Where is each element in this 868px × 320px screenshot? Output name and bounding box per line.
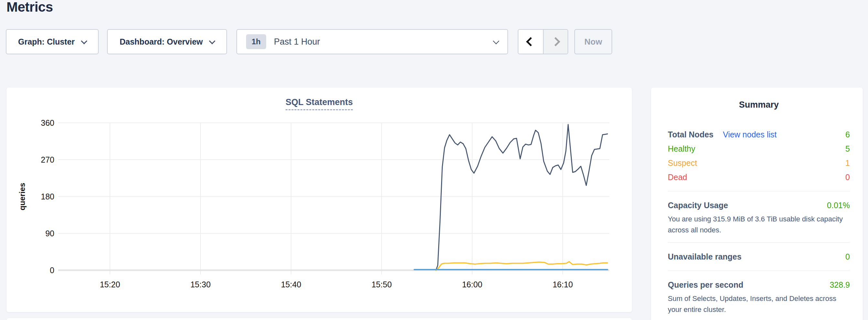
dead-label: Dead (668, 172, 687, 182)
chart-title-wrap: SQL Statements (6, 97, 632, 110)
divider (668, 191, 850, 191)
dashboard-dropdown-label: Dashboard: Overview (120, 37, 203, 46)
page-title: Metrics (6, 0, 53, 15)
svg-text:0: 0 (50, 266, 54, 275)
svg-text:15:40: 15:40 (281, 280, 301, 289)
queries-per-second-label: Queries per second (668, 280, 743, 290)
graph-dropdown-label: Graph: Cluster (18, 37, 75, 46)
svg-text:270: 270 (41, 155, 54, 164)
unavailable-ranges-value: 0 (845, 252, 850, 261)
unavailable-ranges-row: Unavailable ranges 0 (668, 250, 850, 264)
svg-text:90: 90 (45, 229, 54, 238)
suspect-label: Suspect (668, 158, 697, 168)
total-nodes-label: Total Nodes (668, 130, 713, 139)
svg-text:queries: queries (18, 183, 27, 210)
dead-row: Dead 0 (668, 170, 850, 184)
suspect-value: 1 (845, 158, 850, 168)
chart-title[interactable]: SQL Statements (285, 97, 353, 110)
svg-text:180: 180 (41, 192, 54, 201)
capacity-usage-label: Capacity Usage (668, 201, 728, 210)
prev-time-button[interactable] (518, 30, 543, 54)
dead-value: 0 (845, 172, 850, 182)
sql-statements-chart-card: SQL Statements 09018027036015:2015:3015:… (6, 88, 632, 312)
svg-text:15:30: 15:30 (190, 280, 211, 289)
svg-text:16:10: 16:10 (553, 280, 573, 289)
divider (668, 243, 850, 243)
healthy-value: 5 (845, 144, 850, 154)
next-time-button[interactable] (543, 30, 567, 54)
dashboard-dropdown[interactable]: Dashboard: Overview (107, 29, 227, 54)
now-button[interactable]: Now (575, 29, 612, 54)
queries-per-second-row: Queries per second 328.9 (668, 278, 850, 292)
svg-text:15:50: 15:50 (372, 280, 392, 289)
chevron-down-icon (81, 38, 87, 44)
next-chart-card (6, 318, 632, 320)
chevron-left-icon (526, 37, 535, 46)
chevron-down-icon (209, 38, 215, 44)
time-window-badge: 1h (246, 34, 266, 49)
total-nodes-row: Total Nodes View nodes list 6 (668, 127, 850, 141)
time-step-buttons (518, 29, 568, 54)
capacity-usage-value: 0.01% (827, 201, 850, 210)
healthy-label: Healthy (668, 144, 695, 154)
divider (668, 270, 850, 271)
svg-text:360: 360 (41, 118, 54, 127)
time-window-label: Past 1 Hour (274, 37, 320, 47)
svg-text:16:00: 16:00 (462, 280, 483, 289)
graph-dropdown[interactable]: Graph: Cluster (6, 29, 99, 54)
total-nodes-value: 6 (845, 130, 850, 139)
capacity-usage-row: Capacity Usage 0.01% (668, 198, 850, 212)
capacity-usage-description: You are using 315.9 MiB of 3.6 TiB usabl… (668, 214, 850, 236)
svg-text:15:20: 15:20 (100, 280, 120, 289)
healthy-row: Healthy 5 (668, 141, 850, 156)
summary-panel: Summary Total Nodes View nodes list 6 He… (651, 88, 863, 320)
suspect-row: Suspect 1 (668, 156, 850, 170)
chevron-right-icon (551, 37, 560, 46)
queries-per-second-value: 328.9 (830, 280, 850, 290)
view-nodes-link[interactable]: View nodes list (723, 130, 776, 139)
sql-statements-chart[interactable]: 09018027036015:2015:3015:4015:5016:0016:… (6, 88, 632, 312)
queries-per-second-description: Sum of Selects, Updates, Inserts, and De… (668, 293, 850, 315)
summary-title: Summary (668, 100, 850, 110)
chevron-down-icon (493, 38, 499, 44)
unavailable-ranges-label: Unavailable ranges (668, 252, 742, 261)
time-window-picker[interactable]: 1h Past 1 Hour (237, 29, 508, 54)
toolbar: Graph: Cluster Dashboard: Overview 1h Pa… (6, 29, 612, 54)
